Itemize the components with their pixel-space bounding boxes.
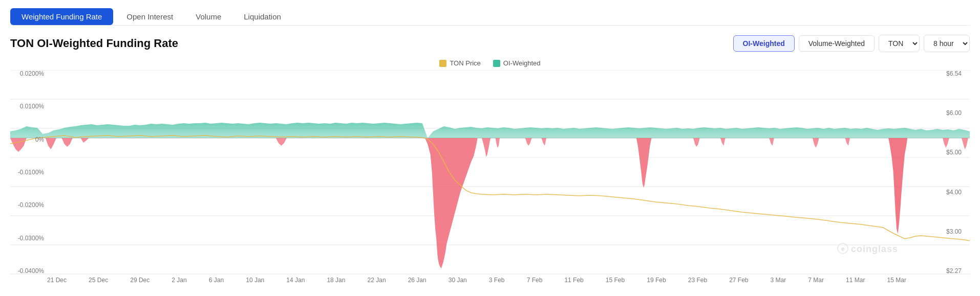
header-row: TON OI-Weighted Funding Rate OI-Weighted… — [10, 35, 970, 52]
controls: OI-Weighted Volume-Weighted TON 8 hour 1… — [733, 35, 970, 52]
chart-title: TON OI-Weighted Funding Rate — [10, 37, 178, 50]
tab-volume[interactable]: Volume — [184, 8, 232, 25]
legend-oi: OI-Weighted — [493, 59, 541, 67]
timeframe-select[interactable]: 8 hour 1 hour 4 hour — [924, 35, 970, 52]
chart-area: 0.0200% 0.0100% 0% -0.0100% -0.0200% -0.… — [10, 70, 970, 275]
y-axis-left: 0.0200% 0.0100% 0% -0.0100% -0.0200% -0.… — [10, 70, 47, 275]
y-axis-right: $6.54 $6.00 $5.00 $4.00 $3.00 $2.27 — [943, 70, 970, 275]
chart-legend: TON Price OI-Weighted — [10, 59, 970, 67]
oi-legend-dot — [493, 60, 500, 67]
svg-rect-0 — [10, 70, 970, 275]
legend-price: TON Price — [439, 59, 480, 67]
oi-weighted-button[interactable]: OI-Weighted — [733, 35, 795, 52]
x-axis: 21 Dec 25 Dec 29 Dec 2 Jan 6 Jan 10 Jan … — [10, 275, 943, 284]
tab-weighted-funding-rate[interactable]: Weighted Funding Rate — [10, 8, 113, 25]
tab-bar: Weighted Funding Rate Open Interest Volu… — [10, 8, 970, 26]
tab-liquidation[interactable]: Liquidation — [232, 8, 292, 25]
tab-open-interest[interactable]: Open Interest — [115, 8, 184, 25]
chart-svg — [10, 70, 970, 275]
price-legend-label: TON Price — [450, 59, 480, 67]
volume-weighted-button[interactable]: Volume-Weighted — [799, 35, 875, 52]
coin-select[interactable]: TON — [879, 35, 920, 52]
oi-legend-label: OI-Weighted — [503, 59, 541, 67]
price-legend-dot — [439, 60, 446, 67]
